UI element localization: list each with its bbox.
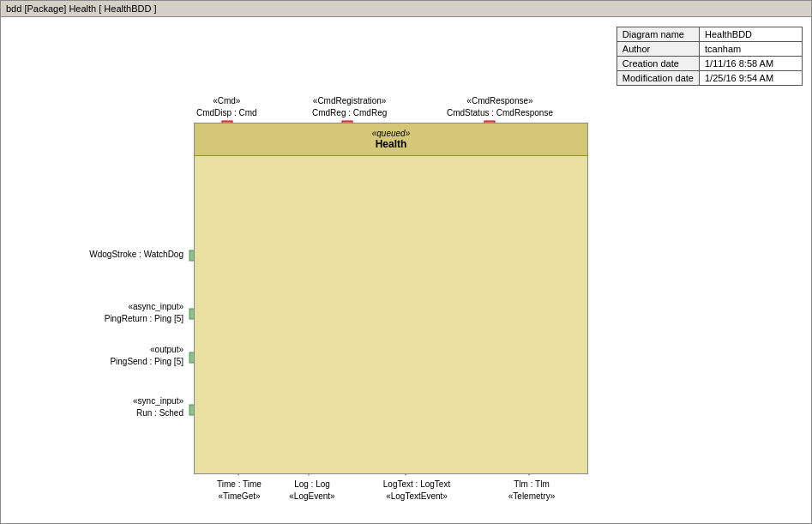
logtext-port-label: LogText : LogText «LogTextEvent»	[374, 479, 460, 503]
log-port-label: Log : Log «LogEvent»	[282, 479, 342, 503]
title-bar: bdd [Package] Health [ HealthBDD ]	[1, 1, 811, 17]
info-table: Diagram nameHealthBDDAuthortcanhamCreati…	[617, 27, 803, 86]
info-value: 1/25/16 9:54 AM	[700, 71, 803, 86]
pingreturn-port-label: «async_input» PingReturn : Ping [5]	[35, 301, 183, 325]
info-label: Diagram name	[617, 27, 699, 42]
main-window: bdd [Package] Health [ HealthBDD ] Diagr…	[0, 0, 812, 524]
info-value: 1/11/16 8:58 AM	[700, 57, 803, 71]
health-block-header: «queued» Health	[195, 123, 587, 156]
info-label: Modification date	[617, 71, 699, 86]
health-block: «queued» Health	[194, 123, 588, 474]
info-label: Creation date	[617, 57, 699, 71]
cmdresponse-port-label: «CmdResponse» CmdStatus : CmdResponse	[447, 95, 553, 119]
title-label: bdd [Package] Health [ HealthBDD ]	[6, 3, 156, 14]
health-stereotype: «queued»	[372, 129, 411, 138]
pingsend-port-label: «output» PingSend : Ping [5]	[44, 344, 183, 368]
info-value: tcanham	[700, 42, 803, 57]
info-label: Author	[617, 42, 699, 57]
wdog-port-label: WdogStroke : WatchDog	[48, 249, 183, 261]
info-value: HealthBDD	[700, 27, 803, 42]
diagram-area: Diagram nameHealthBDDAuthortcanhamCreati…	[1, 20, 811, 523]
health-name: Health	[376, 138, 407, 150]
cmd-port-label: «Cmd» CmdDisp : Cmd	[196, 95, 257, 119]
time-port-label: Time : Time «TimeGet»	[205, 479, 274, 503]
tlm-port-label: Tlm : Tlm «Telemetry»	[502, 479, 562, 503]
run-port-label: «sync_input» Run : Sched	[52, 395, 183, 419]
cmdreg-port-label: «CmdRegistration» CmdReg : CmdReg	[312, 95, 387, 119]
